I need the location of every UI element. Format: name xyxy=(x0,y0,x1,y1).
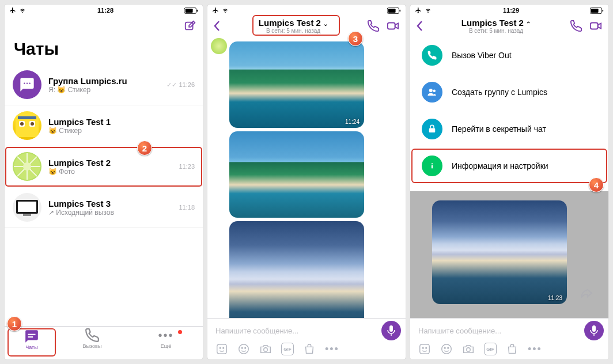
svg-point-27 xyxy=(220,347,221,348)
input-bar: Напишите сообщение... GIF ••• xyxy=(207,318,406,359)
status-time: 11:29 xyxy=(503,7,519,14)
callout-4: 4 xyxy=(589,177,604,192)
avatar xyxy=(13,193,41,222)
chat-preview: ↗ Исходящий вызов xyxy=(48,208,172,217)
message-input[interactable]: Напишите сообщение... xyxy=(211,327,381,335)
chat-row-test3[interactable]: Lumpics Test 3 ↗ Исходящий вызов 11:18 xyxy=(5,187,203,228)
svg-rect-39 xyxy=(429,128,436,133)
chat-preview: 😺 Стикер xyxy=(48,127,188,135)
tab-label: Чаты xyxy=(25,344,37,350)
tab-more[interactable]: ••• Ещё xyxy=(129,328,203,359)
menu-create-group[interactable]: Создать группу с Lumpics xyxy=(410,74,608,111)
svg-rect-25 xyxy=(389,325,393,332)
svg-rect-26 xyxy=(217,344,227,354)
shop-icon[interactable] xyxy=(506,343,519,355)
chat-name: Lumpics Test 3 xyxy=(48,199,172,208)
video-icon[interactable] xyxy=(589,20,603,32)
message-photo[interactable] xyxy=(229,131,402,218)
chat-title-dropdown[interactable]: Lumpics Test 2 ⌃ В сети: 5 мин. назад xyxy=(423,18,569,35)
more-icon[interactable]: ••• xyxy=(528,343,540,355)
svg-rect-42 xyxy=(592,325,596,332)
battery-icon xyxy=(590,7,604,14)
compose-icon[interactable] xyxy=(183,20,197,32)
menu-label: Перейти в секретный чат xyxy=(452,124,546,134)
message-photo[interactable]: 11:23 xyxy=(229,221,402,318)
battery-icon xyxy=(387,7,401,14)
status-bar xyxy=(207,5,406,15)
status-time: 11:28 xyxy=(97,7,113,14)
page-title: Чаты xyxy=(5,37,203,65)
airplane-icon xyxy=(415,7,422,14)
svg-point-29 xyxy=(239,344,249,354)
chat-time: ✓✓ 11:26 xyxy=(167,81,195,89)
svg-point-38 xyxy=(433,90,436,93)
chat-title-dropdown[interactable]: Lumpics Test 2 ⌄ В сети: 5 мин. назад xyxy=(220,18,366,35)
svg-point-7 xyxy=(20,122,24,126)
emoji-icon[interactable] xyxy=(237,343,250,355)
mic-button[interactable] xyxy=(584,321,604,340)
call-icon[interactable] xyxy=(569,20,583,32)
mic-button[interactable] xyxy=(381,321,401,340)
gif-icon[interactable]: GIF xyxy=(281,343,294,355)
tab-label: Вызовы xyxy=(83,343,102,349)
chat-row-test1[interactable]: Lumpics Test 1 😺 Стикер xyxy=(5,105,203,146)
input-bar: Напишите сообщение... GIF ••• xyxy=(410,318,608,359)
svg-rect-23 xyxy=(399,9,400,11)
svg-rect-24 xyxy=(388,23,395,29)
back-icon[interactable] xyxy=(213,20,220,32)
message-input[interactable]: Напишите сообщение... xyxy=(414,327,584,335)
share-icon[interactable] xyxy=(580,288,593,299)
tab-label: Ещё xyxy=(161,343,171,349)
message-photo[interactable]: 11:24 xyxy=(229,41,402,128)
svg-rect-2 xyxy=(196,9,198,11)
battery-icon xyxy=(184,7,198,14)
svg-rect-22 xyxy=(388,9,396,13)
camera-icon[interactable] xyxy=(462,343,475,355)
svg-point-40 xyxy=(432,163,433,164)
message-photo[interactable]: 11:23 xyxy=(432,200,567,304)
more-icon[interactable]: ••• xyxy=(325,343,338,355)
video-icon[interactable] xyxy=(386,20,400,32)
menu-viber-out[interactable]: Вызов Viber Out xyxy=(410,37,608,74)
svg-rect-36 xyxy=(591,23,598,29)
input-toolbar: GIF ••• xyxy=(211,340,402,355)
input-toolbar: GIF ••• xyxy=(414,340,605,355)
call-icon[interactable] xyxy=(366,20,380,32)
sticker-icon[interactable] xyxy=(418,343,431,355)
svg-point-15 xyxy=(23,162,31,170)
gif-icon[interactable]: GIF xyxy=(484,343,497,355)
svg-point-32 xyxy=(264,348,267,351)
menu-label: Информация и настройки xyxy=(452,161,548,170)
chat-header: Lumpics Test 2 ⌃ В сети: 5 мин. назад xyxy=(410,15,608,37)
phone-chats-list: 11:28 Чаты Группа Lumpics.ru Я: 😺 Стикер… xyxy=(5,5,203,359)
chat-row-group[interactable]: Группа Lumpics.ru Я: 😺 Стикер ✓✓ 11:26 xyxy=(5,65,203,105)
chat-row-test2[interactable]: Lumpics Test 2 😺 Фото 11:23 2 xyxy=(5,146,203,187)
svg-rect-34 xyxy=(591,9,599,13)
notification-dot xyxy=(178,330,182,334)
dropdown-menu: Вызов Viber Out Создать группу с Lumpics… xyxy=(410,37,608,189)
sticker-icon[interactable] xyxy=(215,343,228,355)
svg-rect-1 xyxy=(186,9,193,13)
wifi-icon xyxy=(18,7,27,13)
nav-bar xyxy=(5,15,203,37)
emoji-icon[interactable] xyxy=(440,343,453,355)
status-bar: 11:29 xyxy=(410,5,608,15)
camera-icon[interactable] xyxy=(259,343,272,355)
menu-secret-chat[interactable]: Перейти в секретный чат xyxy=(410,111,608,147)
svg-point-45 xyxy=(426,347,427,348)
svg-point-46 xyxy=(442,344,452,354)
svg-rect-43 xyxy=(420,344,430,354)
menu-info-settings[interactable]: Информация и настройки xyxy=(410,147,608,184)
shop-icon[interactable] xyxy=(303,343,316,355)
callout-1: 1 xyxy=(7,316,22,331)
chat-name: Lumpics Test 1 xyxy=(48,117,188,127)
phone-chat-open: Lumpics Test 2 ⌄ В сети: 5 мин. назад 3 … xyxy=(207,5,406,359)
chat-list: Группа Lumpics.ru Я: 😺 Стикер ✓✓ 11:26 L… xyxy=(5,65,203,326)
tab-calls[interactable]: Вызовы xyxy=(55,328,129,359)
tab-chats[interactable]: Чаты xyxy=(8,329,55,356)
wifi-icon xyxy=(424,7,432,13)
back-icon[interactable] xyxy=(416,20,423,32)
svg-rect-17 xyxy=(18,202,36,212)
svg-point-8 xyxy=(31,122,34,126)
tab-bar: Чаты Вызовы ••• Ещё 1 xyxy=(5,326,203,359)
